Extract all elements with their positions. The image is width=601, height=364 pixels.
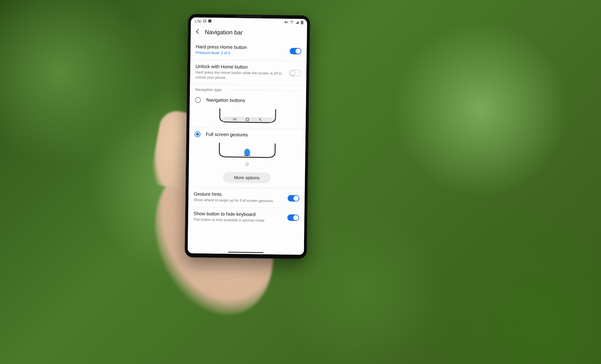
mute-icon bbox=[284, 20, 288, 25]
row-gesture-hints[interactable]: Gesture hints Show where to swipe up for… bbox=[188, 187, 305, 208]
toggle-unlock-home[interactable] bbox=[289, 70, 301, 77]
phone-frame: 1:50 x bbox=[185, 14, 310, 259]
back-icon[interactable] bbox=[195, 29, 200, 35]
row-subtitle: Hard press the Home button while the scr… bbox=[195, 70, 286, 81]
row-title: Unlock with Home button bbox=[195, 64, 286, 70]
radio-label: Navigation buttons bbox=[206, 97, 245, 103]
svg-rect-8 bbox=[302, 21, 303, 21]
row-title: Gesture hints bbox=[194, 191, 284, 198]
row-unlock-home[interactable]: Unlock with Home button Hard press the H… bbox=[190, 60, 306, 86]
gestures-illustration bbox=[189, 139, 305, 165]
section-navigation-type: Navigation type bbox=[190, 84, 306, 95]
header: Navigation bar bbox=[191, 25, 307, 42]
settings-list: Hard press Home button Pressure level: 3… bbox=[188, 40, 307, 255]
status-time: 1:50 bbox=[194, 19, 201, 23]
do-not-disturb-icon bbox=[203, 19, 207, 23]
signal-icon bbox=[295, 21, 299, 25]
phone-screen: 1:50 x bbox=[188, 17, 307, 255]
toggle-hard-press[interactable] bbox=[290, 48, 301, 55]
radio-label: Full screen gestures bbox=[206, 132, 248, 138]
more-options-row: More options bbox=[189, 169, 305, 189]
battery-icon bbox=[300, 20, 303, 25]
row-subtitle: Pressure level: 3 of 5 bbox=[196, 50, 286, 57]
svg-text:x: x bbox=[209, 20, 210, 23]
option-full-screen-gestures[interactable]: Full screen gestures bbox=[189, 128, 306, 141]
option-navigation-buttons[interactable]: Navigation buttons bbox=[190, 93, 306, 107]
svg-point-6 bbox=[291, 23, 292, 24]
navbar-buttons-illustration bbox=[189, 105, 306, 129]
radio-icon bbox=[195, 97, 201, 103]
radio-icon bbox=[195, 131, 200, 137]
row-title: Hard press Home button bbox=[196, 44, 286, 51]
row-show-hide-keyboard-button[interactable]: Show button to hide keyboard The button … bbox=[188, 207, 305, 228]
svg-rect-17 bbox=[246, 163, 248, 165]
app-badge-icon: x bbox=[208, 19, 212, 23]
more-options-button[interactable]: More options bbox=[223, 172, 271, 183]
row-hard-press-home[interactable]: Hard press Home button Pressure level: 3… bbox=[190, 40, 307, 61]
page-title: Navigation bar bbox=[205, 29, 243, 36]
toggle-gesture-hints[interactable] bbox=[288, 195, 299, 202]
toggle-show-hide-keyboard[interactable] bbox=[287, 214, 299, 221]
wifi-icon bbox=[290, 20, 294, 25]
row-subtitle: Show where to swipe up for Full screen g… bbox=[194, 197, 284, 204]
svg-rect-9 bbox=[301, 21, 303, 24]
row-subtitle: The button is only available in portrait… bbox=[193, 217, 284, 223]
row-title: Show button to hide keyboard bbox=[193, 211, 284, 217]
svg-rect-10 bbox=[223, 116, 273, 122]
